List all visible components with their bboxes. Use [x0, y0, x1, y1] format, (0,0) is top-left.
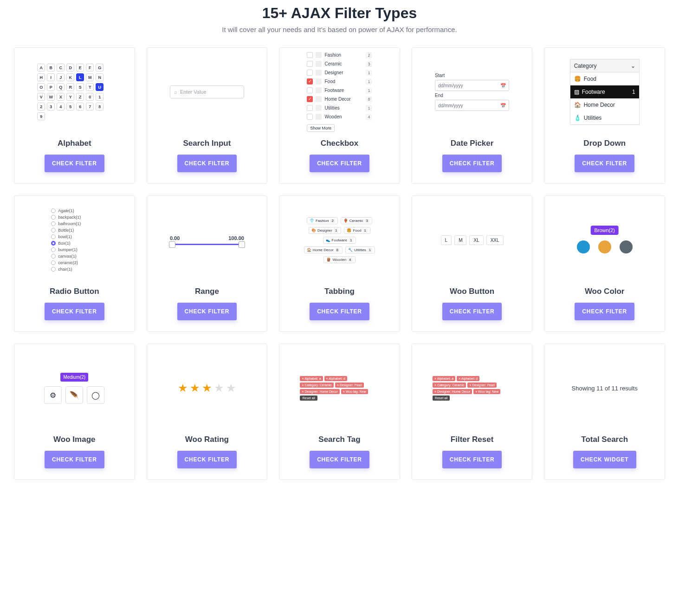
filter-tag[interactable]: 🔧Utilities1	[345, 246, 375, 253]
checkbox-row[interactable]: Footware1	[307, 87, 372, 93]
alpha-cell[interactable]: 4	[57, 103, 65, 110]
alpha-cell[interactable]: D	[66, 64, 74, 71]
alpha-cell[interactable]: Z	[76, 93, 84, 101]
filter-tag[interactable]: 🍔Food1	[344, 227, 370, 234]
reset-button[interactable]: Reset all	[300, 396, 317, 401]
alpha-cell[interactable]: 0	[86, 93, 94, 101]
size-button[interactable]: XXL	[486, 235, 504, 245]
alpha-cell[interactable]: M	[86, 73, 94, 81]
active-filter-tag[interactable]: × Designer: Pearl	[467, 383, 496, 388]
size-button[interactable]: L	[441, 235, 452, 245]
alpha-cell[interactable]: Q	[57, 83, 65, 91]
checkbox-row[interactable]: Utilities1	[307, 105, 372, 111]
check-filter-button[interactable]: CHECK FILTER	[442, 451, 502, 468]
radio-row[interactable]: Agate(1)	[51, 208, 97, 213]
color-swatch[interactable]	[620, 240, 633, 253]
star-icon[interactable]: ★	[190, 382, 200, 395]
image-swatch[interactable]: ⚙	[44, 386, 62, 404]
alpha-cell[interactable]: P	[47, 83, 55, 91]
filter-tag[interactable]: 🪵Wooden4	[323, 256, 355, 263]
radio-row[interactable]: chair(1)	[51, 267, 97, 272]
dropdown-item[interactable]: 🏠Home Decor	[570, 98, 639, 111]
check-filter-button[interactable]: CHECK FILTER	[45, 155, 104, 172]
star-icon[interactable]: ★	[226, 382, 236, 395]
radio-row[interactable]: Bottle(1)	[51, 228, 97, 233]
filter-tag[interactable]: 🎨Designer1	[309, 227, 341, 234]
alpha-cell[interactable]: G	[96, 64, 103, 71]
active-filter-tag[interactable]: × Alphabet: a	[433, 376, 455, 381]
alpha-cell[interactable]: X	[57, 93, 65, 101]
alpha-cell[interactable]: E	[76, 64, 84, 71]
search-input[interactable]: ⌕ Enter Value	[170, 85, 244, 98]
check-filter-button[interactable]: CHECK FILTER	[442, 155, 502, 172]
checkbox-row[interactable]: ✓Home Decor8	[307, 96, 372, 102]
radio-row[interactable]: Box(1)	[51, 241, 97, 246]
star-icon[interactable]: ★	[202, 382, 212, 395]
alpha-cell[interactable]: 2	[37, 103, 45, 110]
alpha-cell[interactable]: 6	[76, 103, 84, 110]
alpha-cell[interactable]: 7	[86, 103, 94, 110]
filter-tag[interactable]: 👟Footware1	[323, 237, 356, 244]
alpha-cell[interactable]: U	[96, 83, 103, 91]
active-filter-tag[interactable]: × Designer: Home Decor	[300, 389, 339, 394]
active-filter-tag[interactable]: × Designer: Home Decor	[433, 389, 472, 394]
alpha-cell[interactable]: S	[76, 83, 84, 91]
dropdown-item[interactable]: 🧴Utilities	[570, 111, 639, 124]
check-filter-button[interactable]: CHECK FILTER	[310, 155, 369, 172]
check-filter-button[interactable]: CHECK FILTER	[442, 303, 502, 320]
alpha-cell[interactable]: 1	[96, 93, 103, 101]
check-filter-button[interactable]: CHECK FILTER	[45, 451, 104, 468]
active-filter-tag[interactable]: × Woo tag: New	[473, 389, 500, 394]
star-icon[interactable]: ★	[214, 382, 224, 395]
alpha-cell[interactable]: K	[66, 73, 74, 81]
active-filter-tag[interactable]: × Designer: Pearl	[335, 383, 364, 388]
check-widget-button[interactable]: CHECK WIDGET	[573, 451, 636, 468]
check-filter-button[interactable]: CHECK FILTER	[310, 303, 369, 320]
alpha-cell[interactable]: I	[47, 73, 55, 81]
check-filter-button[interactable]: CHECK FILTER	[45, 303, 104, 320]
active-filter-tag[interactable]: × Alphabet: d	[324, 376, 347, 381]
date-start-input[interactable]: dd/mm/yyyy📅	[435, 80, 509, 91]
alpha-cell[interactable]: L	[76, 73, 84, 81]
radio-row[interactable]: bathroom(1)	[51, 221, 97, 226]
dropdown-item-selected[interactable]: ▨Footware1	[570, 85, 639, 98]
alpha-cell[interactable]: F	[86, 64, 94, 71]
alpha-cell[interactable]: H	[37, 73, 45, 81]
checkbox-row[interactable]: Fashion2	[307, 52, 372, 58]
check-filter-button[interactable]: CHECK FILTER	[177, 155, 237, 172]
alpha-cell[interactable]: W	[47, 93, 55, 101]
filter-tag[interactable]: 👕Fashion2	[307, 217, 338, 224]
active-filter-tag[interactable]: × Category: Ceramic	[433, 383, 466, 388]
alpha-cell[interactable]: N	[96, 73, 103, 81]
radio-row[interactable]: ceramic(2)	[51, 260, 97, 265]
check-filter-button[interactable]: CHECK FILTER	[575, 155, 634, 172]
image-swatch[interactable]: ◯	[87, 386, 104, 404]
color-swatch[interactable]	[598, 240, 611, 253]
image-swatch[interactable]: Medium(2)🪶	[65, 386, 83, 404]
size-button[interactable]: M	[454, 235, 466, 245]
checkbox-row[interactable]: Ceramic3	[307, 61, 372, 67]
check-filter-button[interactable]: CHECK FILTER	[310, 451, 369, 468]
show-more-button[interactable]: Show More	[307, 124, 335, 132]
alpha-cell[interactable]: C	[57, 64, 65, 71]
dropdown-item[interactable]: 🍔Food	[570, 72, 639, 85]
alpha-cell[interactable]: J	[57, 73, 65, 81]
radio-row[interactable]: canvas(1)	[51, 254, 97, 259]
alpha-cell[interactable]: 9	[37, 112, 45, 120]
radio-row[interactable]: bumper(1)	[51, 247, 97, 252]
check-filter-button[interactable]: CHECK FILTER	[575, 303, 634, 320]
alpha-cell[interactable]: 5	[66, 103, 74, 110]
checkbox-row[interactable]: ✓Food1	[307, 78, 372, 84]
dropdown-header[interactable]: Category⌄	[570, 59, 639, 72]
active-filter-tag[interactable]: × Alphabet: a	[300, 376, 323, 381]
reset-button[interactable]: Reset all	[433, 396, 450, 401]
alpha-cell[interactable]: Y	[66, 93, 74, 101]
checkbox-row[interactable]: Wooden4	[307, 114, 372, 120]
alpha-cell[interactable]: B	[47, 64, 55, 71]
checkbox-row[interactable]: Designer1	[307, 70, 372, 76]
check-filter-button[interactable]: CHECK FILTER	[177, 303, 237, 320]
alpha-cell[interactable]: 8	[96, 103, 103, 110]
radio-row[interactable]: backpack(1)	[51, 215, 97, 220]
alpha-cell[interactable]: 3	[47, 103, 55, 110]
alpha-cell[interactable]: O	[37, 83, 45, 91]
